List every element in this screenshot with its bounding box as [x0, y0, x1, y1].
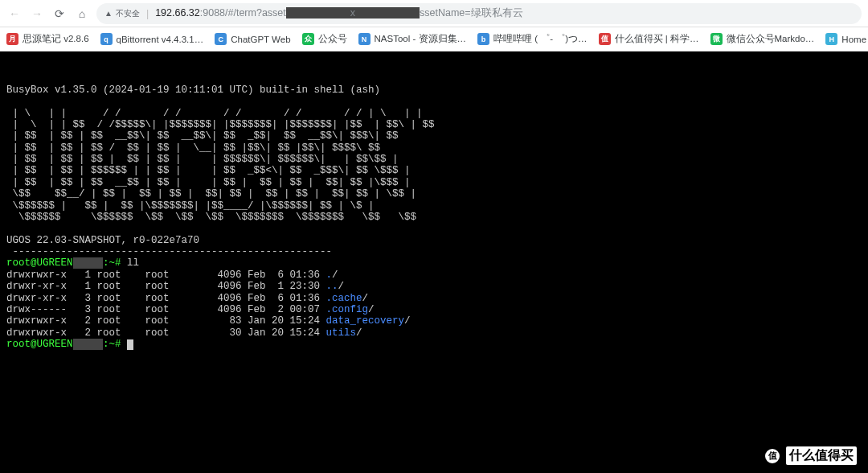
watermark-text: 什么值得买 [786, 446, 857, 465]
bookmark-favicon: 月 [6, 33, 18, 45]
back-button[interactable]: ← [6, 6, 23, 22]
bookmark-label: 公众号 [318, 33, 347, 45]
bookmark-item[interactable]: b哔哩哔哩 ( ゜- ゜)つ… [477, 33, 588, 45]
security-warning-label: 不安全 [116, 8, 140, 19]
bookmarks-bar: 月思源笔记 v2.8.6qqBittorrent v4.4.3.1…CChatG… [0, 27, 868, 51]
bookmark-favicon: N [358, 33, 371, 45]
security-warning: ▲ 不安全 [104, 8, 140, 19]
forward-button[interactable]: → [29, 6, 45, 22]
bookmark-label: Home Assistant [841, 35, 868, 44]
bookmark-favicon: b [477, 33, 489, 45]
url-separator: | [146, 8, 149, 19]
bookmark-favicon: 众 [302, 33, 314, 45]
bookmark-item[interactable]: CChatGPT Web [215, 33, 290, 45]
bookmark-label: 思源笔记 v2.8.6 [23, 33, 89, 45]
terminal[interactable]: BusyBox v1.35.0 (2024-01-19 10:11:01 UTC… [0, 51, 868, 473]
bookmark-item[interactable]: 月思源笔记 v2.8.6 [6, 33, 89, 45]
bookmark-label: qBittorrent v4.4.3.1… [117, 35, 204, 44]
browser-address-bar: ← → ⟳ ⌂ ▲ 不安全 | 192.66.32:9088/#/term?as… [0, 0, 868, 27]
bookmark-favicon: q [100, 33, 113, 45]
bookmark-item[interactable]: 众公众号 [302, 33, 347, 45]
bookmark-label: ChatGPT Web [231, 35, 290, 44]
warning-icon: ▲ [104, 9, 113, 18]
bookmark-label: 哔哩哔哩 ( ゜- ゜)つ… [493, 33, 588, 45]
home-button[interactable]: ⌂ [74, 6, 90, 22]
url-text: 192.66.32:9088/#/term?assetxssetName=绿联私… [155, 6, 522, 20]
terminal-cursor [127, 339, 133, 350]
watermark-icon: 值 [764, 447, 781, 465]
bookmark-favicon: C [215, 33, 227, 45]
url-input[interactable]: ▲ 不安全 | 192.66.32:9088/#/term?assetxsset… [96, 3, 862, 24]
reload-button[interactable]: ⟳ [51, 6, 68, 22]
bookmark-favicon: H [825, 33, 837, 45]
bookmark-label: 微信公众号Markdo… [727, 33, 815, 45]
bookmark-item[interactable]: HHome Assistant [825, 33, 868, 45]
bookmark-label: NASTool - 资源归集… [375, 33, 466, 45]
bookmark-item[interactable]: 值什么值得买 | 科学… [599, 33, 699, 45]
bookmark-favicon: 值 [599, 33, 611, 45]
bookmark-item[interactable]: qqBittorrent v4.4.3.1… [100, 33, 204, 45]
bookmark-label: 什么值得买 | 科学… [615, 33, 699, 45]
bookmark-favicon: 微 [710, 33, 723, 45]
bookmark-item[interactable]: 微微信公众号Markdo… [710, 33, 815, 45]
bookmark-item[interactable]: NNASTool - 资源归集… [358, 33, 466, 45]
watermark: 值 什么值得买 [764, 446, 857, 465]
